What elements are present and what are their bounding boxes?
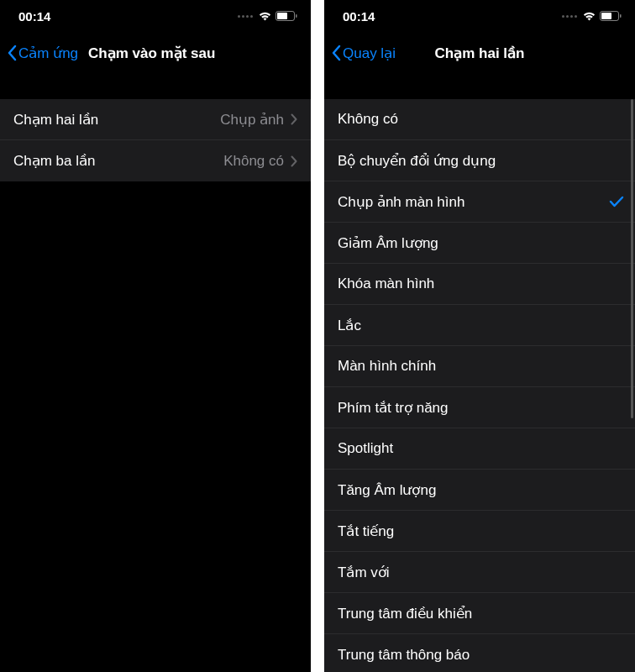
cell-value: Chụp ảnh: [220, 111, 284, 129]
back-button[interactable]: Cảm ứng: [7, 45, 78, 62]
option-row[interactable]: Spotlight: [324, 428, 635, 470]
status-bar: 00:14: [0, 0, 311, 32]
nav-bar: Quay lại Chạm hai lần: [324, 32, 635, 74]
chevron-left-icon: [7, 45, 17, 61]
option-label: Bộ chuyển đổi ứng dụng: [338, 152, 496, 170]
nav-bar: Cảm ứng Chạm vào mặt sau: [0, 32, 311, 74]
option-label: Màn hình chính: [338, 358, 436, 375]
option-label: Chụp ảnh màn hình: [338, 193, 464, 211]
option-label: Giảm Âm lượng: [338, 234, 438, 252]
option-row[interactable]: Màn hình chính: [324, 346, 635, 387]
cell-value: Không có: [223, 153, 284, 170]
option-label: Phím tắt trợ năng: [338, 399, 449, 417]
wifi-icon: [582, 11, 596, 21]
option-label: Không có: [338, 111, 398, 128]
content-area[interactable]: Không cóBộ chuyển đổi ứng dụngChụp ảnh m…: [324, 74, 635, 672]
option-row[interactable]: Chụp ảnh màn hình: [324, 181, 635, 223]
double-tap-options-group: Không cóBộ chuyển đổi ứng dụngChụp ảnh m…: [324, 99, 635, 672]
option-row[interactable]: Trung tâm điều khiển: [324, 593, 635, 634]
chevron-right-icon: [291, 113, 297, 125]
back-label: Cảm ứng: [18, 45, 78, 62]
checkmark-slot: [608, 196, 625, 207]
double-tap-row[interactable]: Chạm hai lần Chụp ảnh: [0, 99, 311, 140]
scroll-indicator[interactable]: [631, 99, 633, 418]
page-title: Chạm hai lần: [435, 45, 525, 62]
status-right: [238, 11, 297, 21]
status-time: 00:14: [343, 9, 375, 24]
content-area: Chạm hai lần Chụp ảnh Chạm ba lần Không …: [0, 74, 311, 672]
option-label: Spotlight: [338, 440, 393, 457]
option-label: Tắt tiếng: [338, 522, 394, 540]
option-label: Lắc: [338, 317, 361, 334]
back-tap-settings-group: Chạm hai lần Chụp ảnh Chạm ba lần Không …: [0, 99, 311, 181]
checkmark-icon: [609, 196, 624, 207]
option-row[interactable]: Trung tâm thông báo: [324, 634, 635, 672]
triple-tap-row[interactable]: Chạm ba lần Không có: [0, 140, 311, 181]
chevron-left-icon: [331, 45, 341, 61]
svg-rect-4: [601, 13, 611, 19]
cell-label: Chạm hai lần: [13, 111, 98, 129]
chevron-right-icon: [291, 155, 297, 167]
option-row[interactable]: Giảm Âm lượng: [324, 223, 635, 264]
option-label: Trung tâm thông báo: [338, 647, 470, 664]
cellular-dots: [562, 15, 577, 18]
status-bar: 00:14: [324, 0, 635, 32]
option-row[interactable]: Bộ chuyển đổi ứng dụng: [324, 140, 635, 181]
option-label: Tắm với: [338, 564, 390, 581]
option-row[interactable]: Lắc: [324, 305, 635, 346]
cellular-dots: [238, 15, 253, 18]
back-button[interactable]: Quay lại: [331, 45, 396, 62]
option-row[interactable]: Tắt tiếng: [324, 511, 635, 552]
battery-icon: [276, 11, 297, 21]
option-row[interactable]: Tăng Âm lượng: [324, 470, 635, 511]
status-right: [562, 11, 622, 21]
option-row[interactable]: Khóa màn hình: [324, 264, 635, 305]
option-label: Khóa màn hình: [338, 276, 434, 292]
option-row[interactable]: Tắm với: [324, 552, 635, 593]
option-label: Tăng Âm lượng: [338, 481, 436, 499]
phone-screen-left: 00:14 Cảm ứng Chạm vào mặt sau Chạm hai …: [0, 0, 311, 672]
back-label: Quay lại: [343, 45, 396, 62]
page-title: Chạm vào mặt sau: [88, 45, 215, 62]
option-label: Trung tâm điều khiển: [338, 605, 472, 622]
option-row[interactable]: Không có: [324, 99, 635, 140]
svg-rect-5: [620, 14, 622, 18]
cell-label: Chạm ba lần: [13, 152, 95, 170]
battery-icon: [600, 11, 622, 21]
option-row[interactable]: Phím tắt trợ năng: [324, 387, 635, 428]
phone-screen-right: 00:14 Quay lại Chạm hai lần Không cóBộ c…: [324, 0, 635, 672]
svg-rect-2: [296, 14, 297, 18]
svg-rect-1: [277, 13, 287, 19]
status-time: 00:14: [18, 9, 50, 24]
wifi-icon: [258, 11, 272, 21]
